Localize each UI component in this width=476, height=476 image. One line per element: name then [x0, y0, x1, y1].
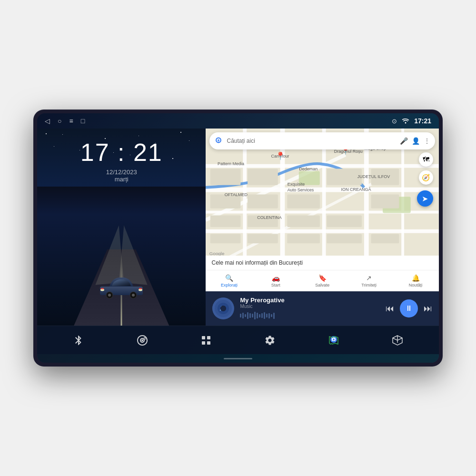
svg-rect-8 [139, 288, 142, 289]
tab-explorati-label: Explorați [221, 283, 238, 288]
waveform-bar [271, 314, 272, 317]
right-panel: Google Pattern Media Carrefour Dragonul … [206, 129, 439, 326]
svg-rect-40 [327, 234, 362, 244]
bluetooth-icon [73, 335, 84, 346]
nav-maps[interactable] [328, 335, 339, 346]
next-button[interactable]: ⏭ [424, 304, 432, 314]
svg-point-4 [132, 294, 135, 297]
screenshot-nav-icon[interactable]: □ [81, 117, 85, 125]
tab-trimiteti[interactable]: ↗ Trimiteți [346, 272, 392, 289]
waveform-bar [254, 312, 256, 319]
svg-rect-37 [210, 234, 241, 244]
car-image-area [37, 187, 206, 326]
radio-icon [137, 335, 148, 346]
mic-icon[interactable]: 🎤 [400, 137, 408, 145]
status-bar-right: ⊙ 17:21 [392, 117, 431, 125]
search-bar-icons: 🎤 👤 ⋮ [400, 137, 430, 145]
tab-noutati-label: Noutăți [409, 283, 423, 288]
car-image [98, 270, 145, 300]
search-bar[interactable]: Căutați aici 🎤 👤 ⋮ [209, 132, 435, 149]
play-pause-icon: ⏸ [405, 304, 413, 313]
vinyl-record: ♪ [212, 298, 234, 319]
tab-trimiteti-label: Trimiteți [361, 283, 377, 288]
map-label-colentina: COLENTINA [257, 215, 282, 220]
svg-rect-56 [207, 336, 210, 339]
layer-control-btn[interactable]: 🗺 [419, 152, 433, 167]
maps-icon [328, 335, 339, 346]
play-pause-button[interactable]: ⏸ [400, 299, 418, 317]
status-bar-left: ◁ ○ ≡ □ [45, 117, 85, 125]
carrefour-pin: 📍 [276, 151, 285, 160]
waveform-bar [257, 313, 258, 318]
nav-bluetooth[interactable] [73, 335, 84, 346]
tab-start-label: Start [271, 283, 280, 288]
nav-settings[interactable] [264, 335, 276, 346]
compass-control-btn[interactable]: 🧭 [419, 170, 433, 185]
menu-nav-icon[interactable]: ≡ [69, 117, 73, 125]
waveform-bar [261, 313, 263, 318]
location-icon: ⊙ [392, 118, 397, 125]
nav-cube[interactable] [392, 335, 403, 346]
svg-rect-41 [371, 234, 399, 244]
tab-noutati[interactable]: 🔔 Noutăți [392, 272, 439, 289]
music-subtitle: Music [240, 304, 380, 309]
map-label-ion-creanga: ION CREANGĂ [341, 187, 371, 192]
cube-icon [392, 335, 403, 346]
grid-icon[interactable]: ⋮ [424, 137, 430, 145]
saved-icon: 🔖 [318, 274, 327, 282]
settings-icon [264, 335, 276, 346]
svg-rect-7 [101, 288, 104, 289]
svg-rect-36 [327, 215, 362, 227]
map-label-exquisite: ExquisiteAuto Services [288, 182, 314, 193]
tab-explorati[interactable]: 🔍 Explorați [206, 272, 252, 289]
tunnel-effect [37, 187, 206, 326]
waveform-bar [242, 313, 244, 318]
svg-rect-31 [248, 194, 278, 208]
navigate-btn[interactable]: ➤ [417, 190, 433, 207]
nav-apps[interactable] [200, 335, 212, 346]
map-label-oftalmed: OFTALMED [225, 192, 248, 197]
nav-radio[interactable] [137, 335, 148, 346]
search-input[interactable]: Căutați aici [227, 138, 396, 144]
bottom-nav [37, 326, 439, 354]
waveform-bar [247, 312, 248, 319]
music-controls: ⏮ ⏸ ⏭ [386, 299, 432, 317]
prev-button[interactable]: ⏮ [386, 304, 394, 314]
main-content: 17 : 21 12/12/2023 marți [37, 129, 439, 326]
share-icon: ↗ [366, 274, 372, 282]
svg-rect-26 [248, 169, 278, 185]
map-info-text: Cele mai noi informații din București [211, 259, 302, 266]
apps-icon [200, 335, 212, 346]
waveform-bar [252, 314, 253, 317]
home-indicator[interactable] [37, 354, 439, 363]
tab-start[interactable]: 🚗 Start [252, 272, 299, 289]
status-time: 17:21 [414, 117, 431, 125]
waveform-bar [273, 313, 275, 319]
map-info-bar: Cele mai noi informații din București [206, 256, 439, 270]
map-label-dedeman: Dedeman [299, 167, 317, 171]
svg-rect-55 [202, 336, 205, 339]
waveform-bar [245, 314, 246, 317]
svg-rect-27 [288, 194, 320, 208]
music-player: ♪ My Prerogative Music ⏮ ⏸ ⏭ [206, 291, 439, 326]
music-title: My Prerogative [240, 297, 380, 304]
home-nav-icon[interactable]: ○ [58, 117, 61, 125]
svg-text:Google: Google [209, 251, 225, 256]
avatar-icon[interactable]: 👤 [412, 137, 420, 145]
svg-rect-39 [288, 234, 320, 244]
maps-area[interactable]: Google Pattern Media Carrefour Dragonul … [206, 129, 439, 256]
clock-area: 17 : 21 12/12/2023 marți [37, 129, 206, 187]
music-info: My Prerogative Music [240, 297, 380, 320]
back-nav-icon[interactable]: ◁ [45, 117, 50, 125]
svg-text:♪: ♪ [219, 303, 223, 313]
svg-point-61 [333, 338, 335, 340]
wifi-icon [402, 117, 409, 125]
svg-point-2 [108, 294, 111, 297]
svg-rect-38 [248, 234, 278, 244]
left-panel: 17 : 21 12/12/2023 marți [37, 129, 206, 326]
waveform-bar [266, 314, 268, 317]
tab-salvate[interactable]: 🔖 Salvate [299, 272, 346, 289]
svg-rect-25 [210, 169, 241, 185]
svg-rect-35 [288, 215, 320, 227]
device-frame: ◁ ○ ≡ □ ⊙ 17:21 [33, 109, 443, 367]
